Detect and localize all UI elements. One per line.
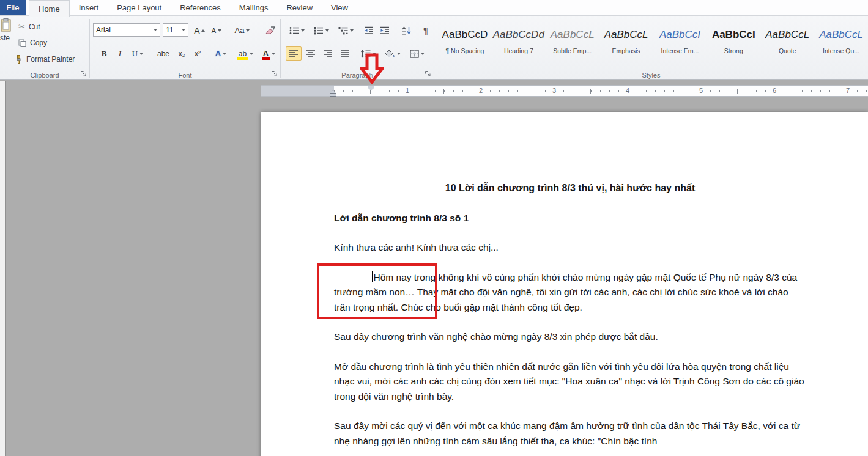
style-subtle-emphasis[interactable]: AaBbCcL Subtle Emp... [546, 17, 599, 68]
paragraph-dialog-launcher[interactable] [425, 70, 431, 77]
style-emphasis[interactable]: AaBbCcL Emphasis [599, 17, 653, 68]
grow-font-button[interactable]: A [192, 23, 207, 37]
horizontal-ruler[interactable]: 1 2 3 4 5 6 7 [261, 85, 868, 97]
text-cursor [372, 271, 373, 282]
increase-indent-button[interactable] [377, 23, 392, 37]
chevron-down-icon [350, 29, 354, 32]
text-effects-label: A [215, 49, 221, 58]
align-right-icon [323, 50, 333, 58]
style-no-spacing[interactable]: AaBbCcD ¶ No Spacing [438, 17, 492, 68]
justify-icon [340, 50, 350, 58]
document-title[interactable]: 10 Lời dẫn chương trình 8/3 thú vị, hài … [334, 181, 806, 196]
dialog-launcher-icon [271, 70, 278, 77]
highlight-label: ab [237, 50, 248, 58]
cut-button[interactable]: ✂ Cut [18, 22, 40, 31]
justify-button[interactable] [337, 46, 353, 61]
style-intense-emphasis[interactable]: AaBbCcI Intense Em... [653, 17, 707, 68]
font-group-label: Font [90, 72, 280, 79]
style-strong[interactable]: AaBbCcI Strong [707, 17, 760, 68]
style-name: Intense Em... [653, 47, 707, 54]
text-effects-button[interactable]: A [211, 46, 231, 61]
decrease-indent-button[interactable] [362, 23, 376, 37]
font-color-button[interactable]: A [259, 46, 278, 61]
paste-button[interactable]: ste [0, 18, 12, 42]
bold-button[interactable]: B [97, 46, 111, 61]
strikethrough-label: abe [157, 50, 169, 58]
paragraph[interactable]: Sau đây mời các quý vị đến với một ca kh… [334, 419, 806, 449]
bullets-button[interactable] [287, 23, 306, 37]
style-name: Intense Qu... [814, 47, 868, 54]
styles-group: AaBbCcD ¶ No Spacing AaBbCcDd Heading 7 … [434, 16, 868, 80]
chevron-down-icon [223, 53, 226, 55]
tab-mailings[interactable]: Mailings [230, 0, 278, 15]
paste-label-partial: ste [0, 34, 12, 42]
document-heading[interactable]: Lời dẫn chương trình 8/3 số 1 [334, 211, 806, 226]
chevron-down-icon [272, 53, 275, 55]
tab-page-layout[interactable]: Page Layout [108, 0, 171, 15]
font-dialog-launcher[interactable] [271, 70, 278, 77]
clear-formatting-button[interactable] [262, 23, 278, 37]
clipboard-dialog-launcher[interactable] [80, 70, 87, 77]
strikethrough-button[interactable]: abe [154, 46, 173, 61]
paragraph[interactable]: Sau đây chương trình văn nghệ chào mừng … [334, 329, 806, 345]
font-group: Arial 11 A A Aa B [90, 16, 280, 80]
tab-references[interactable]: References [171, 0, 229, 15]
eraser-icon [265, 26, 276, 35]
style-intense-quote[interactable]: AaBbCcL Intense Qu... [814, 17, 868, 68]
left-indent-marker[interactable] [330, 94, 336, 97]
tab-view[interactable]: View [322, 0, 357, 15]
italic-button[interactable]: I [113, 46, 127, 61]
format-painter-button[interactable]: Format Painter [15, 55, 75, 64]
borders-icon [410, 50, 419, 58]
left-edge-strip [0, 81, 6, 456]
text-highlight-button[interactable]: ab [234, 46, 256, 61]
clipboard-icon [0, 18, 12, 32]
align-left-icon [289, 50, 299, 58]
clipboard-group-label: Clipboard [0, 72, 89, 79]
align-center-button[interactable] [303, 46, 319, 61]
font-size-combo[interactable]: 11 [163, 23, 188, 37]
style-preview: AaBbCcD [438, 26, 492, 44]
format-painter-label: Format Painter [26, 55, 75, 64]
multilevel-list-icon [338, 26, 348, 35]
shading-button[interactable] [382, 46, 403, 61]
subscript-button[interactable]: x₂ [174, 46, 189, 61]
shrink-font-button[interactable]: A [209, 23, 224, 37]
show-marks-button[interactable]: ¶ [419, 23, 432, 37]
borders-button[interactable] [407, 46, 428, 61]
tab-insert[interactable]: Insert [70, 0, 108, 15]
paragraph[interactable]: Kính thưa các anh! Kính thưa các chị... [334, 240, 806, 256]
copy-button[interactable]: Copy [18, 39, 47, 47]
tab-home[interactable]: Home [29, 0, 70, 17]
underline-button[interactable]: U [128, 46, 147, 61]
align-left-button[interactable] [286, 46, 302, 61]
sort-button[interactable] [398, 23, 414, 37]
font-family-combo[interactable]: Arial [93, 23, 160, 37]
style-preview: AaBbCcDd [492, 26, 546, 44]
tab-review[interactable]: Review [277, 0, 322, 15]
dialog-launcher-icon [80, 70, 87, 77]
style-name: Subtle Emp... [546, 47, 599, 54]
chevron-down-icon [325, 29, 329, 32]
paragraph[interactable]: Hôm nay trong không khí vô cùng phấn khở… [334, 270, 806, 315]
ribbon: File Home Insert Page Layout References … [0, 0, 868, 80]
document-content[interactable]: 10 Lời dẫn chương trình 8/3 thú vị, hài … [334, 181, 806, 456]
superscript-button[interactable]: x² [190, 46, 205, 61]
style-quote[interactable]: AaBbCcL Quote [760, 17, 814, 68]
multilevel-list-button[interactable] [336, 23, 355, 37]
file-tab[interactable]: File [0, 0, 26, 15]
chevron-down-icon [421, 53, 425, 55]
change-case-button[interactable]: Aa [231, 23, 253, 37]
numbering-button[interactable] [311, 23, 331, 37]
document-page[interactable]: 10 Lời dẫn chương trình 8/3 thú vị, hài … [261, 112, 868, 456]
font-color-swatch [262, 57, 270, 60]
chevron-down-icon [250, 53, 253, 55]
line-spacing-button[interactable] [358, 46, 379, 61]
bullets-icon [289, 26, 299, 35]
chevron-down-icon [182, 29, 185, 31]
style-preview: AaBbCcI [653, 26, 707, 44]
align-right-button[interactable] [320, 46, 336, 61]
paragraph[interactable]: Mở đầu chương trình là tình yêu thiên nh… [334, 359, 806, 405]
style-heading-7[interactable]: AaBbCcDd Heading 7 [492, 17, 546, 68]
style-name: Emphasis [599, 47, 653, 54]
